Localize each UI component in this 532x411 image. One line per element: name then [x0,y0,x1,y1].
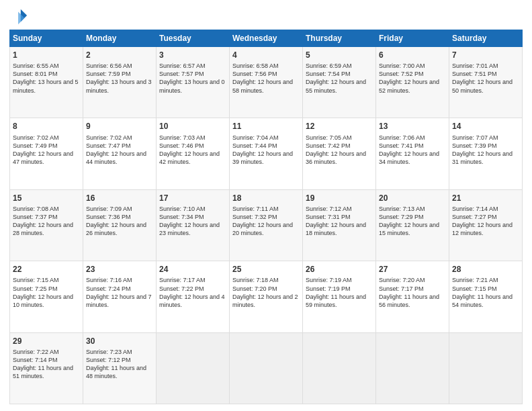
calendar-cell: 18Sunrise: 7:11 AMSunset: 7:32 PMDayligh… [230,189,303,261]
sunset: Sunset: 7:51 PM [452,71,497,77]
calendar-cell: 15Sunrise: 7:08 AMSunset: 7:37 PMDayligh… [10,189,83,261]
daylight-label: Daylight: 11 hours and 48 minutes. [86,365,146,379]
day-number: 6 [379,50,446,60]
sunset: Sunset: 7:15 PM [452,285,497,292]
calendar-cell: 22Sunrise: 7:15 AMSunset: 7:25 PMDayligh… [10,261,83,332]
sunset: Sunset: 7:54 PM [306,71,351,77]
calendar-cell [376,332,449,404]
sunrise: Sunrise: 7:02 AM [13,134,59,141]
sunset: Sunset: 7:39 PM [452,142,497,149]
calendar-cell: 7Sunrise: 7:01 AMSunset: 7:51 PMDaylight… [449,47,523,118]
calendar-cell: 6Sunrise: 7:00 AMSunset: 7:52 PMDaylight… [376,47,449,118]
day-number: 11 [232,121,300,132]
sunset: Sunset: 7:29 PM [379,214,424,220]
sunrise: Sunrise: 6:59 AM [306,62,352,69]
sunset: Sunset: 7:36 PM [86,214,131,220]
sunrise: Sunrise: 7:07 AM [452,134,498,141]
daylight-label: Daylight: 12 hours and 44 minutes. [86,150,146,165]
sunset: Sunset: 7:34 PM [159,214,204,220]
logo-icon [9,7,28,26]
sunrise: Sunrise: 7:01 AM [452,62,498,69]
daylight-label: Daylight: 12 hours and 12 minutes. [452,222,513,236]
sunrise: Sunrise: 7:21 AM [452,277,498,283]
calendar-cell: 28Sunrise: 7:21 AMSunset: 7:15 PMDayligh… [449,261,523,332]
day-number: 1 [13,50,80,60]
calendar-cell: 19Sunrise: 7:12 AMSunset: 7:31 PMDayligh… [303,189,376,261]
calendar-cell: 13Sunrise: 7:06 AMSunset: 7:41 PMDayligh… [376,118,449,189]
sunset: Sunset: 7:17 PM [379,285,424,292]
day-number: 19 [306,193,373,203]
sunset: Sunset: 7:57 PM [159,71,204,77]
daylight-label: Daylight: 12 hours and 55 minutes. [306,79,366,93]
calendar-day-header: Tuesday [157,30,230,47]
daylight-label: Daylight: 12 hours and 4 minutes. [159,293,225,308]
sunrise: Sunrise: 6:56 AM [86,62,132,69]
sunset: Sunset: 7:31 PM [306,214,351,220]
calendar-cell: 14Sunrise: 7:07 AMSunset: 7:39 PMDayligh… [449,118,523,189]
calendar-cell: 29Sunrise: 7:22 AMSunset: 7:14 PMDayligh… [10,332,83,404]
daylight-label: Daylight: 11 hours and 51 minutes. [13,365,73,379]
calendar-cell: 8Sunrise: 7:02 AMSunset: 7:49 PMDaylight… [10,118,83,189]
daylight-label: Daylight: 12 hours and 28 minutes. [13,222,73,236]
calendar-day-header: Monday [83,30,157,47]
sunrise: Sunrise: 7:13 AM [379,205,425,212]
daylight-label: Daylight: 12 hours and 2 minutes. [232,293,298,308]
day-number: 29 [13,336,80,347]
daylight-label: Daylight: 12 hours and 10 minutes. [13,293,73,308]
day-number: 25 [232,264,300,275]
daylight-label: Daylight: 12 hours and 18 minutes. [306,222,366,236]
sunset: Sunset: 7:47 PM [86,142,131,149]
sunrise: Sunrise: 7:14 AM [452,205,498,212]
calendar-cell: 20Sunrise: 7:13 AMSunset: 7:29 PMDayligh… [376,189,449,261]
sunset: Sunset: 7:32 PM [232,214,277,220]
calendar-cell: 16Sunrise: 7:09 AMSunset: 7:36 PMDayligh… [83,189,157,261]
daylight-label: Daylight: 12 hours and 15 minutes. [379,222,439,236]
calendar-cell: 25Sunrise: 7:18 AMSunset: 7:20 PMDayligh… [230,261,303,332]
calendar-cell: 17Sunrise: 7:10 AMSunset: 7:34 PMDayligh… [157,189,230,261]
calendar-day-header: Wednesday [230,30,303,47]
sunset: Sunset: 7:22 PM [159,285,204,292]
calendar-cell: 24Sunrise: 7:17 AMSunset: 7:22 PMDayligh… [157,261,230,332]
sunrise: Sunrise: 7:18 AM [232,277,279,283]
calendar-cell: 12Sunrise: 7:05 AMSunset: 7:42 PMDayligh… [303,118,376,189]
day-number: 27 [379,264,446,275]
calendar-cell: 30Sunrise: 7:23 AMSunset: 7:12 PMDayligh… [83,332,157,404]
sunset: Sunset: 7:56 PM [232,71,277,77]
sunset: Sunset: 8:01 PM [13,71,58,77]
calendar-header-row: SundayMondayTuesdayWednesdayThursdayFrid… [10,30,523,47]
sunrise: Sunrise: 7:00 AM [379,62,425,69]
calendar-day-header: Friday [376,30,449,47]
calendar-cell: 23Sunrise: 7:16 AMSunset: 7:24 PMDayligh… [83,261,157,332]
daylight-label: Daylight: 12 hours and 39 minutes. [232,150,293,165]
daylight-label: Daylight: 13 hours and 5 minutes. [13,79,79,93]
calendar-cell: 5Sunrise: 6:59 AMSunset: 7:54 PMDaylight… [303,47,376,118]
calendar-cell: 27Sunrise: 7:20 AMSunset: 7:17 PMDayligh… [376,261,449,332]
sunrise: Sunrise: 7:06 AM [379,134,425,141]
day-number: 28 [452,264,519,275]
sunrise: Sunrise: 7:19 AM [306,277,352,283]
daylight-label: Daylight: 13 hours and 0 minutes. [159,79,225,93]
sunrise: Sunrise: 7:12 AM [306,205,352,212]
sunrise: Sunrise: 7:03 AM [159,134,206,141]
logo [9,7,31,26]
calendar-day-header: Sunday [10,30,83,47]
day-number: 2 [86,50,153,60]
calendar-cell: 9Sunrise: 7:02 AMSunset: 7:47 PMDaylight… [83,118,157,189]
day-number: 20 [379,193,446,203]
calendar-cell [303,332,376,404]
daylight-label: Daylight: 12 hours and 42 minutes. [159,150,220,165]
calendar-week-row: 1Sunrise: 6:55 AMSunset: 8:01 PMDaylight… [10,47,523,118]
sunrise: Sunrise: 7:23 AM [86,349,132,355]
day-number: 17 [159,193,226,203]
calendar-cell: 26Sunrise: 7:19 AMSunset: 7:19 PMDayligh… [303,261,376,332]
day-number: 12 [306,121,373,132]
daylight-label: Daylight: 12 hours and 36 minutes. [306,150,366,165]
daylight-label: Daylight: 13 hours and 3 minutes. [86,79,152,93]
daylight-label: Daylight: 12 hours and 31 minutes. [452,150,513,165]
day-number: 22 [13,264,80,275]
sunrise: Sunrise: 7:22 AM [13,349,59,355]
sunset: Sunset: 7:24 PM [86,285,131,292]
calendar-day-header: Thursday [303,30,376,47]
sunset: Sunset: 7:49 PM [13,142,58,149]
sunset: Sunset: 7:19 PM [306,285,351,292]
